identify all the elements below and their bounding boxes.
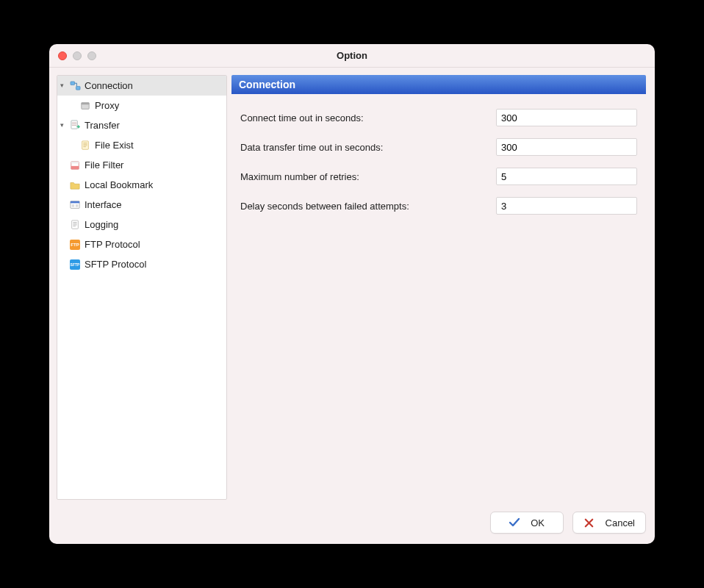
close-icon (583, 517, 595, 528)
svg-rect-11 (72, 204, 75, 207)
svg-rect-7 (71, 165, 79, 168)
sidebar-item-file-filter[interactable]: File Filter (57, 155, 226, 175)
sidebar-item-proxy[interactable]: Proxy (57, 96, 226, 115)
ok-button[interactable]: OK (490, 512, 564, 534)
content-area: ▾ Connection Proxy ▾ Transfer (49, 68, 655, 506)
ok-button-label: OK (531, 517, 545, 528)
field-label: Data transfer time out in seconds: (240, 142, 496, 153)
sidebar-item-label: FTP Protocol (85, 239, 140, 250)
sidebar-item-label: Interface (85, 199, 122, 210)
field-data-transfer-timeout: Data transfer time out in seconds: (240, 137, 637, 157)
cancel-button-label: Cancel (606, 517, 635, 528)
check-icon (509, 517, 520, 528)
sidebar-item-label: File Filter (85, 159, 123, 171)
sidebar-item-label: SFTP Protocol (85, 259, 146, 270)
max-retries-input[interactable] (496, 168, 637, 185)
sidebar-tree[interactable]: ▾ Connection Proxy ▾ Transfer (57, 75, 227, 500)
sidebar-item-interface[interactable]: Interface (57, 195, 226, 215)
data-transfer-timeout-input[interactable] (496, 138, 637, 156)
svg-rect-10 (71, 201, 79, 203)
sidebar-item-file-exist[interactable]: File Exist (57, 135, 226, 155)
sidebar-item-connection[interactable]: ▾ Connection (57, 76, 226, 96)
sidebar-item-local-bookmark[interactable]: Local Bookmark (57, 175, 226, 195)
connect-timeout-input[interactable] (496, 109, 637, 126)
svg-rect-8 (71, 161, 79, 163)
field-max-retries: Maximum number of retries: (240, 166, 637, 187)
dialog-footer: OK Cancel (49, 506, 655, 544)
field-label: Maximum number of retries: (240, 171, 496, 182)
cancel-button[interactable]: Cancel (572, 512, 646, 534)
file-exist-icon (79, 140, 91, 151)
chevron-down-icon[interactable]: ▾ (60, 82, 69, 89)
svg-rect-12 (76, 204, 79, 207)
main-panel: Connection Connect time out in seconds: … (231, 75, 646, 500)
logging-icon (69, 219, 81, 231)
proxy-icon (79, 100, 91, 112)
delay-between-attempts-input[interactable] (496, 197, 637, 215)
connection-icon (69, 80, 81, 92)
field-label: Connect time out in seconds: (240, 112, 496, 123)
maximize-window-button[interactable] (87, 51, 96, 60)
svg-rect-4 (71, 121, 76, 129)
chevron-down-icon[interactable]: ▾ (60, 121, 69, 129)
panel-header: Connection (231, 75, 646, 94)
svg-rect-3 (82, 102, 90, 104)
ftp-icon: FTP (69, 239, 81, 251)
svg-rect-13 (72, 220, 79, 228)
sidebar-item-ftp-protocol[interactable]: FTP FTP Protocol (57, 234, 226, 254)
option-window: Option ▾ Connection Proxy ▾ (49, 44, 655, 544)
svg-rect-5 (82, 140, 89, 148)
svg-rect-0 (70, 82, 74, 85)
titlebar: Option (49, 44, 655, 68)
sidebar-item-label: Proxy (95, 100, 119, 111)
panel-body: Connect time out in seconds: Data transf… (231, 94, 646, 500)
file-filter-icon (69, 159, 81, 171)
field-delay-between-attempts: Delay seconds between failed attempts: (240, 196, 637, 216)
field-label: Delay seconds between failed attempts: (240, 201, 496, 212)
interface-icon (69, 199, 81, 211)
svg-rect-1 (76, 86, 80, 90)
close-window-button[interactable] (58, 51, 67, 60)
sidebar-item-label: Local Bookmark (85, 179, 153, 190)
sidebar-item-sftp-protocol[interactable]: SFTP SFTP Protocol (57, 254, 226, 274)
window-title: Option (49, 50, 655, 61)
sidebar-item-logging[interactable]: Logging (57, 215, 226, 234)
transfer-icon (69, 120, 81, 132)
sidebar-item-label: Transfer (85, 120, 120, 131)
sidebar-item-transfer[interactable]: ▾ Transfer (57, 115, 226, 135)
folder-icon (69, 179, 81, 191)
sidebar-item-label: Logging (85, 219, 118, 230)
sidebar-item-label: File Exist (95, 140, 134, 151)
sftp-icon: SFTP (69, 259, 81, 270)
sidebar-item-label: Connection (85, 80, 133, 91)
traffic-lights (49, 51, 96, 60)
minimize-window-button[interactable] (73, 51, 82, 60)
field-connect-timeout: Connect time out in seconds: (240, 107, 637, 128)
